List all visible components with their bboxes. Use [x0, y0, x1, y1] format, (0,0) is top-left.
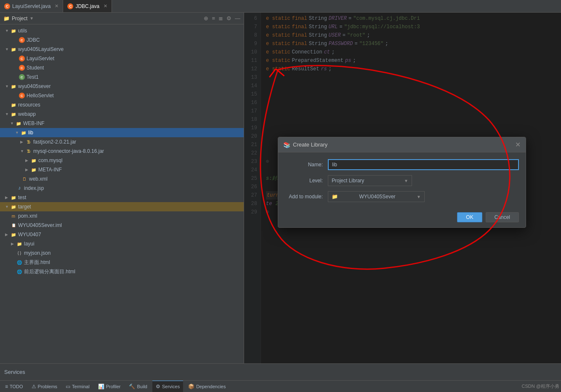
- tab-layuiservlet[interactable]: C LayuiServlet.java ✕: [0, 0, 63, 12]
- create-library-dialog[interactable]: 📚 Create Library ✕ Name: Level: Project …: [278, 137, 526, 228]
- tree-row-lib[interactable]: ▼ 📁 lib: [0, 128, 244, 137]
- tree-arrow: ▶: [5, 195, 10, 200]
- bottom-tab-label: Build: [137, 384, 147, 389]
- tree-row-helloservlet[interactable]: C HelloServlet: [0, 91, 244, 100]
- code-line-13: [266, 73, 556, 82]
- jar-icon: 🗜: [25, 148, 32, 155]
- json-icon: { }: [16, 250, 23, 256]
- tree-row-metainf[interactable]: ▶ 📁 META-INF: [0, 165, 244, 174]
- tree-row-logic-html[interactable]: 🌐 前后逻辑分离面目.html: [0, 267, 244, 276]
- code-line-12: e static ResultSet rs;: [266, 65, 556, 73]
- tree-label: 主界面.html: [24, 259, 50, 266]
- action-collapse[interactable]: ≡: [212, 15, 215, 21]
- bottom-tab-label: Services: [162, 384, 180, 389]
- tree-arrow: ▼: [5, 47, 10, 51]
- folder-icon-orange: 📁: [10, 203, 17, 210]
- name-input[interactable]: [328, 159, 519, 170]
- tab-problems[interactable]: ⚠ Problems: [28, 381, 61, 392]
- tree-row-test[interactable]: ▶ 📁 test: [0, 193, 244, 202]
- action-expand[interactable]: ≣: [218, 15, 223, 21]
- tree-row-sever[interactable]: ▼ 📁 wyu0405sever: [0, 82, 244, 91]
- code-token: e static: [266, 48, 290, 56]
- tree-row-fastjson[interactable]: ▶ 🗜 fastjson2-2.0.21.jar: [0, 137, 244, 147]
- tree-label: com.mysql: [38, 157, 62, 163]
- module-select[interactable]: 📁 WYU0405Sever ▼: [328, 191, 425, 202]
- modal-close-button[interactable]: ✕: [515, 141, 521, 149]
- folder-icon: 📁: [30, 166, 37, 173]
- tree-label: Test1: [27, 74, 39, 80]
- java-class-icon: C: [19, 55, 25, 62]
- tree-label: 前后逻辑分离面目.html: [24, 268, 75, 275]
- tree-row-test1[interactable]: C Test1: [0, 72, 244, 82]
- module-select-value: WYU0405Sever: [359, 194, 396, 200]
- code-token: ResultSet: [292, 65, 319, 73]
- tree-row-layui[interactable]: ▶ 📁 layui: [0, 239, 244, 248]
- tab-profiler[interactable]: 📊 Profiler: [95, 381, 124, 392]
- code-token: =: [348, 14, 351, 23]
- tree-row-webinf[interactable]: ▼ 📁 WEB-INF: [0, 119, 244, 128]
- tree-row-utils[interactable]: ▼ 📁 utils: [0, 26, 244, 35]
- tree-row-wyu0407[interactable]: ▶ 📁 WYU0407: [0, 230, 244, 239]
- module-folder-icon: 📁: [332, 194, 338, 200]
- tree-row-webxml[interactable]: 🗒 web.xml: [0, 174, 244, 184]
- bottom-tab-label: Terminal: [72, 384, 90, 389]
- tree-arrow: ▶: [5, 232, 10, 237]
- tree-row-target[interactable]: ▼ 📁 target: [0, 202, 244, 211]
- tab-jdbc[interactable]: C JDBC.java ✕: [63, 0, 112, 12]
- tab-todo[interactable]: ≡ TODO: [2, 381, 27, 392]
- tree-row-resources[interactable]: 📁 resources: [0, 100, 244, 109]
- tree-row-indexjsp[interactable]: J index.jsp: [0, 184, 244, 193]
- tab-bar: C LayuiServlet.java ✕ C JDBC.java ✕: [0, 0, 561, 13]
- tree-row-layuiserve[interactable]: ▼ 📁 wyu0405LayuiServe: [0, 45, 244, 54]
- java-class-icon-green: C: [19, 74, 25, 80]
- tab-close-2[interactable]: ✕: [104, 3, 107, 9]
- panel-actions: ⊕ ≡ ≣ ⚙ —: [204, 15, 240, 21]
- tree-label: Student: [27, 65, 44, 71]
- xml-icon: 🗒: [21, 176, 28, 182]
- code-token: PreparedStatement: [292, 56, 343, 65]
- code-token: e static: [266, 14, 290, 23]
- tree-row-webapp[interactable]: ▼ 📁 webapp: [0, 109, 244, 119]
- level-select[interactable]: Project Library ▼: [328, 175, 412, 186]
- tab-services[interactable]: ⚙ Services: [152, 381, 183, 392]
- tab-close-1[interactable]: ✕: [55, 3, 58, 9]
- tree-label: resources: [18, 102, 40, 108]
- action-locate[interactable]: ⊕: [204, 15, 208, 21]
- tree-row-commysql[interactable]: ▶ 📁 com.mysql: [0, 156, 244, 165]
- tree-row-layuiservlet[interactable]: C LayuiServlet: [0, 54, 244, 63]
- tree-row-iml[interactable]: 📋 WYU0405Sever.iml: [0, 221, 244, 230]
- code-token: e static: [266, 31, 290, 40]
- tree-label: WYU0407: [18, 232, 41, 237]
- profiler-icon: 📊: [98, 384, 104, 389]
- tree-row-myjson[interactable]: { } myjson.json: [0, 248, 244, 258]
- action-hide[interactable]: —: [235, 15, 240, 21]
- cancel-button[interactable]: Cancel: [486, 212, 519, 222]
- tree-arrow: ▼: [5, 112, 10, 116]
- tab-dependencies[interactable]: 📦 Dependencies: [185, 381, 229, 392]
- html-icon: 🌐: [16, 268, 23, 275]
- code-token: e static: [266, 23, 290, 31]
- code-token: ;: [367, 31, 370, 40]
- action-settings[interactable]: ⚙: [226, 15, 231, 21]
- ok-button[interactable]: OK: [457, 212, 482, 222]
- tree-row-pomxml[interactable]: m pom.xml: [0, 211, 244, 221]
- tab-build[interactable]: 🔨 Build: [125, 381, 150, 392]
- tree-row-mysql-jar[interactable]: ▼ 🗜 mysql-connector-java-8.0.16.jar: [0, 147, 244, 156]
- code-token: final: [292, 31, 307, 40]
- services-panel: Services: [0, 363, 561, 380]
- tree-row-main-html[interactable]: 🌐 主界面.html: [0, 258, 244, 267]
- tree-row-student[interactable]: C Student: [0, 63, 244, 72]
- modal-header: 📚 Create Library ✕: [278, 137, 526, 152]
- code-token: PASSWORD: [329, 40, 353, 48]
- code-token: USER: [329, 31, 341, 40]
- iml-icon: 📋: [10, 222, 17, 229]
- code-token: String: [309, 14, 327, 23]
- code-token: final: [292, 40, 307, 48]
- tree-label: LayuiServlet: [27, 56, 54, 61]
- level-row: Level: Project Library ▼: [285, 175, 519, 186]
- tree-container[interactable]: ▼ 📁 utils C JDBC ▼ 📁 wyu0405LayuiServe: [0, 24, 244, 363]
- tree-row-jdbc[interactable]: C JDBC: [0, 35, 244, 45]
- html-icon: 🌐: [16, 259, 23, 266]
- tree-label: mysql-connector-java-8.0.16.jar: [33, 148, 104, 154]
- tab-terminal[interactable]: ▭ Terminal: [62, 381, 93, 392]
